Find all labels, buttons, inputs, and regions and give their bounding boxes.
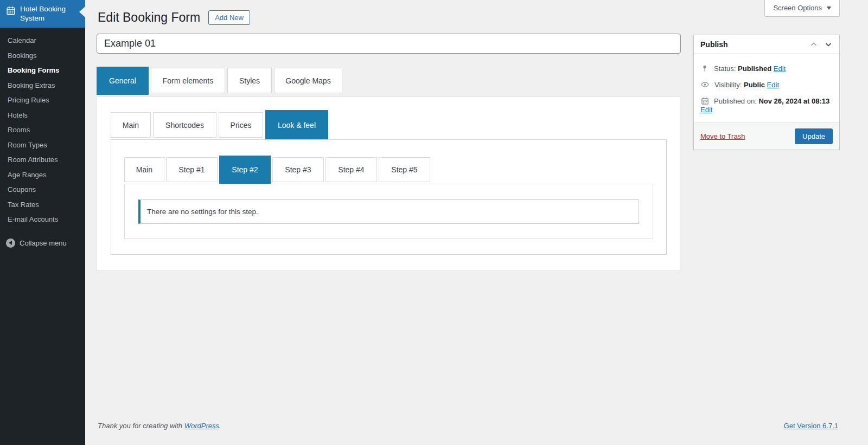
tab-look-and-feel[interactable]: Look & feel	[265, 110, 328, 140]
triangle-down-icon	[827, 7, 831, 10]
status-label: Status:	[714, 65, 736, 73]
footer-period: .	[219, 422, 221, 430]
sidebar-item-email-accounts[interactable]: E-mail Accounts	[0, 212, 85, 227]
no-settings-notice: There are no settings for this step.	[138, 199, 639, 224]
screen-options-label: Screen Options	[773, 4, 822, 12]
sidebar-item-bookings[interactable]: Bookings	[0, 48, 85, 63]
wordpress-link[interactable]: WordPress	[184, 422, 219, 430]
sidebar-item-hotels[interactable]: Hotels	[0, 108, 85, 123]
status-edit-link[interactable]: Edit	[774, 65, 786, 73]
form-title-input[interactable]	[97, 34, 681, 54]
visibility-row: Visibility: Public Edit	[700, 80, 833, 89]
sidebar-item-rooms[interactable]: Rooms	[0, 122, 85, 138]
tab-styles[interactable]: Styles	[227, 68, 272, 93]
chevron-down-icon[interactable]	[824, 40, 833, 49]
tab-general[interactable]: General	[97, 67, 149, 95]
publish-title: Publish	[700, 40, 728, 49]
sidebar-item-pricing-rules[interactable]: Pricing Rules	[0, 93, 85, 108]
eye-icon	[700, 81, 710, 88]
published-on-row: Published on: Nov 26, 2024 at 08:13	[700, 96, 833, 106]
sidebar-item-calendar[interactable]: Calendar	[0, 33, 85, 48]
collapse-menu-button[interactable]: Collapse menu	[0, 235, 85, 251]
screen-options-button[interactable]: Screen Options	[764, 0, 840, 17]
tab-step-4[interactable]: Step #4	[326, 157, 377, 182]
visibility-label: Visibility:	[714, 81, 742, 89]
general-panel: Main Shortcodes Prices Look & feel Main …	[97, 96, 680, 271]
tab-step-main[interactable]: Main	[124, 157, 164, 182]
calendar-icon	[700, 97, 709, 105]
notice-text: There are no settings for this step.	[147, 208, 258, 216]
add-new-button[interactable]: Add New	[208, 10, 250, 25]
get-version-link[interactable]: Get Version 6.7.1	[784, 422, 838, 430]
published-on-edit-link[interactable]: Edit	[700, 106, 712, 114]
pin-icon	[700, 65, 709, 73]
plugin-title: Hotel Booking System	[20, 5, 75, 23]
tab-google-maps[interactable]: Google Maps	[274, 68, 342, 93]
tab-step-5[interactable]: Step #5	[379, 157, 430, 182]
published-on-value: Nov 26, 2024 at 08:13	[758, 97, 829, 105]
status-value: Published	[738, 65, 771, 73]
visibility-value: Public	[744, 81, 765, 89]
look-and-feel-panel: Main Step #1 Step #2 Step #3 Step #4 Ste…	[111, 139, 667, 255]
step-2-panel: There are no settings for this step.	[124, 184, 653, 239]
footer-thankyou: Thank you for creating with WordPress.	[98, 422, 221, 430]
sidebar-item-age-ranges[interactable]: Age Ranges	[0, 167, 85, 183]
sidebar-item-tax-rates[interactable]: Tax Rates	[0, 197, 85, 212]
collapse-menu-label: Collapse menu	[20, 239, 67, 247]
sidebar-item-booking-forms[interactable]: Booking Forms	[0, 63, 85, 78]
tab-step-2[interactable]: Step #2	[219, 156, 271, 184]
tab-form-elements[interactable]: Form elements	[151, 68, 225, 93]
admin-page: Hotel Booking System Calendar Bookings B…	[0, 0, 868, 445]
sidebar-item-booking-extras[interactable]: Booking Extras	[0, 78, 85, 93]
primary-tabs: General Form elements Styles Google Maps	[97, 67, 342, 95]
sidebar-item-room-attributes[interactable]: Room Attributes	[0, 152, 85, 167]
publish-metabox: Publish Status:	[693, 35, 840, 150]
move-to-trash-link[interactable]: Move to Trash	[700, 132, 745, 140]
sidebar-item-room-types[interactable]: Room Types	[0, 138, 85, 153]
admin-sidebar: Hotel Booking System Calendar Bookings B…	[0, 0, 85, 445]
page-title: Edit Booking Form	[98, 10, 200, 25]
published-on-label: Published on:	[714, 97, 757, 105]
chevron-up-icon[interactable]	[809, 40, 818, 49]
tab-step-1[interactable]: Step #1	[166, 157, 218, 182]
update-button[interactable]: Update	[795, 128, 833, 144]
tab-prices[interactable]: Prices	[219, 112, 263, 138]
collapse-arrow-icon	[6, 238, 15, 248]
footer-version: Get Version 6.7.1	[784, 422, 838, 430]
calendar-icon	[6, 6, 16, 23]
visibility-edit-link[interactable]: Edit	[767, 81, 779, 89]
sidebar-menu: Calendar Bookings Booking Forms Booking …	[0, 28, 85, 227]
footer-text: Thank you for creating with	[98, 422, 184, 430]
status-row: Status: Published Edit	[700, 64, 833, 73]
sidebar-plugin-header[interactable]: Hotel Booking System	[0, 0, 85, 28]
sidebar-item-coupons[interactable]: Coupons	[0, 182, 85, 197]
step-tabs: Main Step #1 Step #2 Step #3 Step #4 Ste…	[124, 156, 430, 184]
current-menu-arrow	[79, 7, 85, 17]
tab-step-3[interactable]: Step #3	[272, 157, 324, 182]
tab-shortcodes[interactable]: Shortcodes	[153, 112, 216, 138]
secondary-tabs: Main Shortcodes Prices Look & feel	[111, 110, 328, 140]
tab-main[interactable]: Main	[111, 112, 151, 138]
